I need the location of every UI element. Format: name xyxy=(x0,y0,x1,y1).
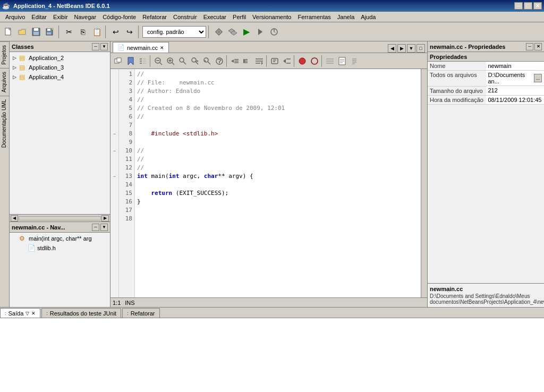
ed-sep-3 xyxy=(266,55,268,67)
fold-16 xyxy=(110,198,118,206)
menu-ajuda[interactable]: Ajuda xyxy=(358,13,379,21)
nav-item-main[interactable]: ⚙ main(int argc, char** arg xyxy=(11,234,109,243)
classes-minimize-button[interactable]: ─ xyxy=(92,43,99,50)
ed-tasks[interactable] xyxy=(324,55,336,67)
ed-zoom-in[interactable] xyxy=(165,55,176,67)
ed-search-prev[interactable] xyxy=(201,55,213,67)
line-fold-column: − − − xyxy=(110,69,119,297)
menu-refatorar[interactable]: Refatorar xyxy=(139,13,170,21)
menu-executar[interactable]: Executar xyxy=(200,13,230,21)
ed-search[interactable] xyxy=(177,55,189,67)
build-all-button[interactable] xyxy=(226,25,239,38)
menu-perfil[interactable]: Perfil xyxy=(230,13,249,21)
tab-nav-right[interactable]: ▶ xyxy=(397,44,406,53)
ed-toggle-bookmarks[interactable] xyxy=(125,55,137,67)
svg-point-35 xyxy=(192,58,196,62)
nav-item-stdlib[interactable]: 📄 stdlib.h xyxy=(11,243,109,253)
svg-rect-18 xyxy=(117,58,121,62)
editor-tab-newmain[interactable]: 📄 newmain.cc ✕ xyxy=(113,42,169,53)
ed-zoom-out[interactable] xyxy=(152,55,164,67)
ed-toggle-breakpoint[interactable] xyxy=(296,55,308,67)
maximize-button[interactable]: □ xyxy=(524,2,532,10)
save-button[interactable] xyxy=(30,25,42,38)
tab-nav-left[interactable]: ◀ xyxy=(388,44,396,53)
menu-exibir[interactable]: Exibir xyxy=(50,13,71,21)
props-row-nome: Nome newmain xyxy=(428,62,544,71)
ed-go-to-type[interactable] xyxy=(214,55,225,67)
run-button[interactable]: ▶ xyxy=(240,25,253,38)
main-toolbar: ✂ ⎘ 📋 ↩ ↪ config. padrão ▶ xyxy=(0,22,544,41)
scroll-left-btn[interactable]: ◀ xyxy=(11,215,18,221)
toolbar-separator-3 xyxy=(138,25,140,38)
tree-item-application4[interactable]: ▷ ▤ Application_4 xyxy=(11,72,109,82)
menu-ferramentas[interactable]: Ferramentas xyxy=(295,13,334,21)
method-icon: ⚙ xyxy=(19,235,28,242)
cut-button[interactable]: ✂ xyxy=(63,25,75,38)
undo-button[interactable]: ↩ xyxy=(109,25,122,38)
config-dropdown[interactable]: config. padrão xyxy=(142,26,206,38)
open-file-button[interactable] xyxy=(16,25,29,38)
menu-construir[interactable]: Construir xyxy=(170,13,200,21)
classes-scrollbar[interactable]: ◀ ▶ xyxy=(10,214,110,221)
props-browse-button[interactable]: ... xyxy=(534,74,542,82)
new-file-button[interactable] xyxy=(2,25,15,38)
nav-minimize-button[interactable]: ─ xyxy=(92,224,99,231)
props-close-button[interactable]: ✕ xyxy=(534,43,542,50)
ed-doc[interactable] xyxy=(336,55,348,67)
save-all-button[interactable] xyxy=(44,25,56,38)
menu-codigo-fonte[interactable]: Código-fonte xyxy=(99,13,139,21)
props-value-nome: newmain xyxy=(486,62,545,71)
vtab-projetos[interactable]: Projetos xyxy=(0,41,10,68)
profile-button[interactable] xyxy=(268,25,280,38)
saida-close-x-button[interactable]: ✕ xyxy=(31,311,36,316)
editor-scrollbar[interactable] xyxy=(421,69,427,297)
editor-tab-close-button[interactable]: ✕ xyxy=(160,45,164,50)
scroll-right-btn[interactable]: ▶ xyxy=(101,215,109,221)
code-content[interactable]: // // File: newmain.cc // Author: Ednald… xyxy=(135,69,421,297)
tree-item-application3[interactable]: ▷ ▤ Application_3 xyxy=(11,63,109,72)
props-footer-filename: newmain.cc xyxy=(430,286,544,292)
props-minimize-button[interactable]: ─ xyxy=(526,43,533,50)
tab-nav-down[interactable]: ▼ xyxy=(407,44,415,53)
props-footer: newmain.cc D:\Documents and Settings\Edn… xyxy=(428,283,544,307)
svg-line-34 xyxy=(183,62,186,64)
bottom-tabs: : Saída ▽ ✕ : Resultados do teste JUnit … xyxy=(0,308,544,318)
editor-tabs: 📄 newmain.cc ✕ ◀ ▶ ▼ □ xyxy=(110,41,427,53)
ed-shift-left[interactable] xyxy=(281,55,293,67)
ed-history-back[interactable] xyxy=(113,55,124,67)
bottom-tab-refatorar[interactable]: : Refatorar xyxy=(122,308,159,318)
vtab-arquivos[interactable]: Arquivos xyxy=(0,68,10,96)
ed-format[interactable] xyxy=(253,55,265,67)
copy-button[interactable]: ⎘ xyxy=(76,25,89,38)
ed-outdent[interactable] xyxy=(229,55,241,67)
ed-hist[interactable] xyxy=(348,55,360,67)
menu-navegar[interactable]: Navegar xyxy=(71,13,100,21)
expand-icon: ▷ xyxy=(13,74,19,80)
menu-arquivo[interactable]: Arquivo xyxy=(2,13,28,21)
ed-toggle-linenum[interactable] xyxy=(137,55,149,67)
debug-button[interactable] xyxy=(254,25,267,38)
bottom-tab-junit[interactable]: : Resultados do teste JUnit xyxy=(41,308,121,318)
ed-indent[interactable] xyxy=(241,55,253,67)
tree-item-application2[interactable]: ▷ ▤ Application_2 xyxy=(11,53,109,63)
classes-menu-button[interactable]: ▼ xyxy=(100,43,108,50)
ed-search-next[interactable] xyxy=(189,55,201,67)
paste-button[interactable]: 📋 xyxy=(90,25,103,38)
menu-versionamento[interactable]: Versionamento xyxy=(249,13,294,21)
expand-icon: ▷ xyxy=(13,65,19,70)
ed-toggle-breakpoint2[interactable] xyxy=(309,55,320,67)
redo-button[interactable]: ↪ xyxy=(123,25,136,38)
props-header-buttons: ─ ✕ xyxy=(526,43,542,50)
menu-janela[interactable]: Janela xyxy=(334,13,358,21)
vtab-uml[interactable]: Documentação UML xyxy=(0,96,10,151)
build-button[interactable] xyxy=(212,25,225,38)
tab-maximize-button[interactable]: □ xyxy=(416,44,425,53)
saida-close-button[interactable]: ▽ xyxy=(26,311,29,316)
fold-4 xyxy=(110,96,118,104)
minimize-button[interactable]: ─ xyxy=(514,2,523,10)
nav-menu-button[interactable]: ▼ xyxy=(100,224,108,231)
bottom-tab-saida[interactable]: : Saída ▽ ✕ xyxy=(0,308,40,318)
ed-toggle-comment[interactable] xyxy=(269,55,280,67)
menu-editar[interactable]: Editar xyxy=(28,13,50,21)
close-button[interactable]: ✕ xyxy=(533,2,542,10)
